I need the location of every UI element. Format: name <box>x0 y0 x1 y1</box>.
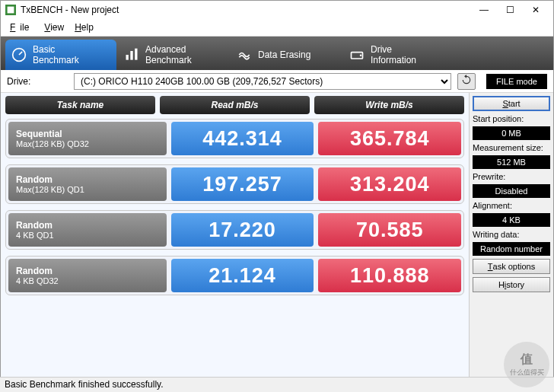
tab-advanced-benchmark[interactable]: AdvancedBenchmark <box>118 40 229 70</box>
tab-basic-benchmark[interactable]: BasicBenchmark <box>5 40 116 70</box>
menu-help[interactable]: Help <box>70 21 98 34</box>
bars-icon <box>124 47 139 62</box>
app-icon <box>5 5 16 15</box>
write-value: 365.784 <box>318 122 461 155</box>
drive-icon <box>349 47 365 62</box>
menu-file[interactable]: File <box>5 21 38 34</box>
svg-point-7 <box>360 55 362 57</box>
test-row: Random4 KB QD3221.124110.888 <box>5 256 464 295</box>
file-mode-button[interactable]: FILE mode <box>486 74 547 89</box>
drive-select[interactable]: (C:) ORICO H110 240GB 100.00 GB (209,726… <box>74 73 451 90</box>
svg-rect-3 <box>126 55 129 60</box>
drive-selector-row: Drive: (C:) ORICO H110 240GB 100.00 GB (… <box>1 70 553 93</box>
start-button[interactable]: Start <box>473 96 550 111</box>
test-row: SequentialMax(128 KB) QD32442.314365.784 <box>5 119 464 158</box>
maximize-button[interactable]: ☐ <box>497 2 523 18</box>
read-value: 442.314 <box>171 122 314 155</box>
close-button[interactable]: ✕ <box>523 2 549 18</box>
gauge-icon <box>11 47 27 62</box>
history-button[interactable]: History <box>473 277 550 292</box>
alignment-value[interactable]: 4 KB <box>473 213 550 227</box>
menu-view[interactable]: View <box>40 21 68 34</box>
menubar: File View Help <box>1 19 553 37</box>
tab-data-erasing[interactable]: Data Erasing <box>231 40 342 70</box>
svg-rect-5 <box>135 49 137 60</box>
read-value: 197.257 <box>171 167 314 201</box>
svg-rect-4 <box>130 51 132 60</box>
write-value: 110.888 <box>318 259 461 292</box>
writing-data-value[interactable]: Random number <box>473 242 550 256</box>
test-name-button[interactable]: SequentialMax(128 KB) QD32 <box>8 122 167 155</box>
test-name-button[interactable]: Random4 KB QD1 <box>8 213 167 247</box>
header-task: Task name <box>5 96 155 114</box>
status-bar: Basic Benchmark finished successfully. <box>0 377 554 392</box>
results-panel: Task name Read mB/s Write mB/s Sequentia… <box>1 93 470 392</box>
write-value: 70.585 <box>318 213 461 247</box>
watermark: 值 什么值得买 <box>504 342 549 387</box>
test-name-button[interactable]: RandomMax(128 KB) QD1 <box>8 167 167 201</box>
header-read: Read mB/s <box>160 96 310 114</box>
alignment-label: Alignment: <box>473 201 550 210</box>
writing-data-label: Writing data: <box>473 230 550 239</box>
svg-rect-1 <box>8 7 14 14</box>
minimize-button[interactable]: — <box>471 2 497 18</box>
start-position-label: Start position: <box>473 114 550 123</box>
test-name-button[interactable]: Random4 KB QD32 <box>8 259 167 292</box>
test-row: Random4 KB QD117.22070.585 <box>5 210 464 250</box>
tab-drive-information[interactable]: DriveInformation <box>343 40 454 70</box>
prewrite-label: Prewrite: <box>473 172 550 181</box>
start-position-value[interactable]: 0 MB <box>473 126 550 140</box>
measurement-size-value[interactable]: 512 MB <box>473 155 550 169</box>
tab-bar: BasicBenchmark AdvancedBenchmark Data Er… <box>1 37 553 70</box>
titlebar: TxBENCH - New project — ☐ ✕ <box>1 1 553 19</box>
measurement-size-label: Measurement size: <box>473 143 550 152</box>
drive-label: Drive: <box>7 76 68 87</box>
window-title: TxBENCH - New project <box>21 5 471 15</box>
header-write: Write mB/s <box>314 96 464 114</box>
read-value: 17.220 <box>171 213 314 247</box>
prewrite-value[interactable]: Disabled <box>473 184 550 198</box>
refresh-icon <box>461 75 472 88</box>
write-value: 313.204 <box>318 167 461 201</box>
read-value: 21.124 <box>171 259 314 292</box>
refresh-button[interactable] <box>457 73 476 90</box>
task-options-button[interactable]: Task options <box>473 259 550 274</box>
test-row: RandomMax(128 KB) QD1197.257313.204 <box>5 164 464 204</box>
erase-icon <box>237 47 252 62</box>
